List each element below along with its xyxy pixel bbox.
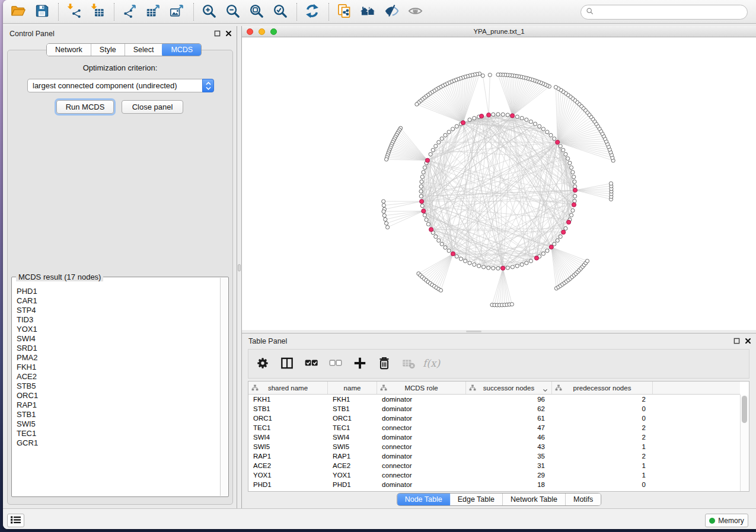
list-item[interactable]: PHD1 <box>17 287 220 296</box>
table-scrollbar[interactable] <box>740 395 749 491</box>
table-row[interactable]: FKH1FKH1dominator962 <box>248 395 740 404</box>
zoom-out-button[interactable] <box>224 3 241 21</box>
import-network-button[interactable] <box>65 3 82 21</box>
duplicate-network-button[interactable] <box>335 3 353 21</box>
tab-network-table[interactable]: Network Table <box>503 493 566 505</box>
table-row[interactable]: ORC1ORC1dominator610 <box>248 414 740 423</box>
run-mcds-button[interactable]: Run MCDS <box>56 100 114 114</box>
add-button[interactable] <box>350 354 369 373</box>
search-box[interactable] <box>580 5 748 20</box>
list-item[interactable]: SWI5 <box>17 419 220 429</box>
import-table-button[interactable] <box>88 3 106 21</box>
column-header-shared-name[interactable]: shared name <box>248 382 328 394</box>
export-image-button[interactable] <box>168 3 186 21</box>
tab-mcds[interactable]: MCDS <box>162 43 202 56</box>
list-item[interactable]: ORC1 <box>17 391 220 400</box>
cell-filler <box>653 414 740 423</box>
tab-node-table[interactable]: Node Table <box>397 493 451 506</box>
memory-label: Memory <box>718 517 744 525</box>
hide-graphics-details-button[interactable] <box>382 3 400 21</box>
open-button[interactable] <box>9 3 27 21</box>
gear-button[interactable] <box>253 354 272 373</box>
delete-button[interactable] <box>375 354 394 373</box>
table-row[interactable]: SWI4SWI4dominator462 <box>248 432 740 442</box>
list-item[interactable]: STP4 <box>17 306 220 315</box>
cell: dominator <box>377 404 466 414</box>
zoom-fit-button[interactable] <box>247 3 265 21</box>
list-item[interactable]: PMA2 <box>17 353 220 363</box>
search-input[interactable] <box>596 7 747 18</box>
tab-motifs[interactable]: Motifs <box>566 493 601 505</box>
cell: 2 <box>552 395 653 404</box>
export-network-button[interactable] <box>120 3 138 21</box>
optimization-criterion-dropdown[interactable]: largest connected component (undirected) <box>27 79 214 92</box>
list-item[interactable]: SRD1 <box>17 344 220 353</box>
list-item[interactable]: TEC1 <box>17 429 220 438</box>
memory-button[interactable]: Memory <box>705 514 748 527</box>
zoom-in-button[interactable] <box>200 3 218 21</box>
list-item[interactable]: FKH1 <box>17 363 220 372</box>
list-item[interactable]: GCR1 <box>17 438 220 448</box>
close-icon[interactable] <box>745 338 751 346</box>
table-row[interactable]: STB1STB1dominator620 <box>248 404 740 414</box>
refresh-button[interactable] <box>303 3 321 21</box>
column-header-successor-nodes[interactable]: successor nodes <box>466 382 552 394</box>
birds-eye-view-button[interactable] <box>406 3 424 21</box>
table-row[interactable]: ACE2ACE2connector311 <box>248 461 740 470</box>
cell: dominator <box>377 451 466 461</box>
table-row[interactable]: PHD1PHD1dominator180 <box>248 480 740 489</box>
table-row[interactable]: TEC1TEC1connector472 <box>248 423 740 432</box>
sort-chevron-icon <box>543 386 548 393</box>
list-item[interactable]: STB5 <box>17 382 220 391</box>
select-all-button[interactable] <box>302 354 321 373</box>
vertical-splitter-handle[interactable] <box>238 264 241 271</box>
float-icon[interactable] <box>733 338 740 346</box>
tab-network[interactable]: Network <box>47 44 91 56</box>
cell: connector <box>377 442 466 451</box>
list-item[interactable]: CAR1 <box>17 296 220 306</box>
cell: YOX1 <box>328 470 377 480</box>
mcds-list-scrollbar[interactable] <box>220 278 228 496</box>
list-item[interactable]: RAP1 <box>17 400 220 410</box>
table-body: FKH1FKH1dominator962STB1STB1dominator620… <box>248 395 740 491</box>
cell: FKH1 <box>328 395 377 404</box>
cell: 61 <box>466 414 552 423</box>
list-item[interactable]: SWI4 <box>17 334 220 344</box>
tab-edge-table[interactable]: Edge Table <box>450 493 503 505</box>
export-network-icon <box>122 3 138 21</box>
mcds-result-list[interactable]: PHD1CAR1STP4TID3YOX1SWI4SRD1PMA2FKH1ACE2… <box>12 281 220 496</box>
close-icon[interactable] <box>225 30 232 39</box>
list-item[interactable]: TID3 <box>17 315 220 325</box>
list-item[interactable]: STB1 <box>17 410 220 419</box>
save-icon <box>34 3 50 21</box>
control-panel: Control Panel NetworkStyleSelectMCDS Opt… <box>3 26 237 508</box>
toolbar-separator <box>328 3 329 21</box>
save-button[interactable] <box>33 3 50 21</box>
table-row[interactable]: YOX1YOX1connector291 <box>248 470 740 480</box>
table-row[interactable]: SWI5SWI5connector431 <box>248 442 740 451</box>
cell-filler <box>653 461 740 470</box>
tab-style[interactable]: Style <box>91 44 125 56</box>
horizontal-splitter-handle[interactable] <box>466 331 481 332</box>
table-toolbar: f(x) <box>248 349 749 379</box>
float-icon[interactable] <box>214 30 221 39</box>
columns-button[interactable] <box>277 354 296 373</box>
list-item[interactable]: YOX1 <box>17 325 220 334</box>
tab-select[interactable]: Select <box>125 44 163 56</box>
deselect-all-icon <box>328 355 343 373</box>
table-scrollbar-thumb[interactable] <box>742 396 747 423</box>
table-row[interactable]: RAP1RAP1dominator352 <box>248 451 740 461</box>
network-graph <box>242 37 756 330</box>
export-table-button[interactable] <box>144 3 162 21</box>
session-home-button[interactable] <box>359 3 377 21</box>
close-panel-button[interactable]: Close panel <box>122 100 183 114</box>
column-header-name[interactable]: name <box>328 382 377 394</box>
list-item[interactable]: ACE2 <box>17 372 220 382</box>
task-manager-button[interactable] <box>7 514 24 527</box>
zoom-selected-button[interactable] <box>271 3 289 21</box>
column-header-mcds-role[interactable]: MCDS role <box>377 382 466 394</box>
column-tree-icon <box>469 384 476 392</box>
network-canvas[interactable] <box>242 37 756 330</box>
column-header-predecessor-nodes[interactable]: predecessor nodes <box>552 382 653 394</box>
table-panel: Table Panel f(x) shared namenameMCDS rol… <box>242 333 756 508</box>
